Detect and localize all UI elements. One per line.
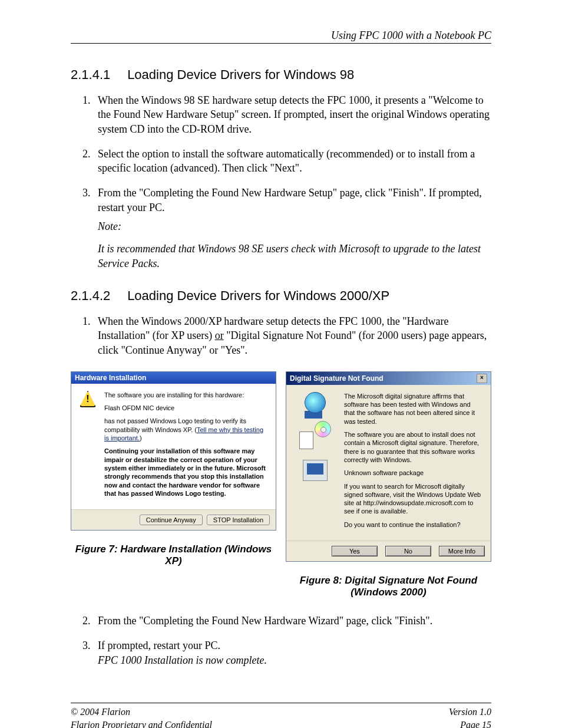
steps-list-2b: From the "Completing the Found New Hardw…: [93, 614, 491, 667]
version: Version 1.0: [449, 706, 491, 719]
yes-button[interactable]: Yes: [332, 546, 378, 556]
dialog-body: The Microsoft digital signature affirms …: [286, 385, 491, 541]
dialog-digital-signature: Digital Signature Not Found ×: [286, 371, 491, 562]
figure-caption: Figure 7: Hardware Installation (Windows…: [71, 543, 276, 567]
step-item: When the Windows 98 SE hardware setup de…: [93, 93, 491, 136]
dialog-body: The software you are installing for this…: [71, 384, 276, 509]
continue-anyway-button[interactable]: Continue Anyway: [140, 515, 203, 525]
step-item: If prompted, restart your PC. FPC 1000 I…: [93, 638, 491, 667]
dialog-hardware-installation: Hardware Installation The software you a…: [71, 371, 276, 531]
footer-left: © 2004 Flarion Flarion Proprietary and C…: [71, 706, 212, 728]
dialog-text: The Microsoft digital signature affirms …: [344, 392, 482, 533]
page-content: Using FPC 1000 with a Notebook PC 2.1.4.…: [0, 0, 562, 728]
page-footer: © 2004 Flarion Flarion Proprietary and C…: [71, 703, 491, 728]
completion-note: FPC 1000 Installation is now complete.: [98, 654, 267, 666]
section-title: Loading Device Drivers for Windows 98: [127, 67, 354, 82]
page-number: Page 15: [449, 719, 491, 728]
note-block: Note: It is recommended that Windows 98 …: [98, 219, 491, 271]
steps-list-2: When the Windows 2000/XP hardware setup …: [93, 314, 491, 357]
note-label: Note:: [98, 219, 491, 233]
figure-2k: Digital Signature Not Found ×: [286, 371, 491, 607]
step-item: From the "Completing the Found New Hardw…: [93, 186, 491, 270]
confidential: Flarion Proprietary and Confidential: [71, 719, 212, 728]
dialog-text: The software you are installing for this…: [104, 391, 267, 502]
section-heading-2: 2.1.4.2 Loading Device Drivers for Windo…: [71, 288, 491, 304]
step-item: Select the option to install the softwar…: [93, 147, 491, 176]
dialog-footer: Continue Anyway STOP Installation: [71, 509, 276, 530]
dialog-footer: Yes No More Info: [286, 541, 491, 561]
dialog-title-text: Digital Signature Not Found: [290, 374, 384, 383]
section-number: 2.1.4.1: [71, 67, 124, 83]
section-heading-1: 2.1.4.1 Loading Device Drivers for Windo…: [71, 67, 491, 83]
note-body: It is recommended that Windows 98 SE use…: [98, 242, 491, 271]
running-title: Using FPC 1000 with a Notebook PC: [331, 29, 491, 41]
dialog-titlebar[interactable]: Hardware Installation: [71, 372, 276, 384]
close-button[interactable]: ×: [477, 374, 487, 383]
figure-caption: Figure 8: Digital Signature Not Found (W…: [286, 575, 491, 598]
computer-icon: [303, 460, 328, 481]
footer-right: Version 1.0 Page 15: [449, 706, 491, 728]
running-header: Using FPC 1000 with a Notebook PC: [71, 29, 491, 44]
step-item: From the "Completing the Found New Hardw…: [93, 614, 491, 628]
section-title: Loading Device Drivers for Windows 2000/…: [127, 288, 389, 303]
copyright: © 2004 Flarion: [71, 706, 212, 719]
section-number: 2.1.4.2: [71, 288, 124, 304]
more-info-button[interactable]: More Info: [439, 546, 485, 556]
dialog-titlebar[interactable]: Digital Signature Not Found ×: [286, 372, 491, 385]
figures-row: Hardware Installation The software you a…: [71, 371, 491, 607]
dialog-icon-column: [295, 392, 336, 533]
stop-installation-button[interactable]: STOP Installation: [207, 515, 270, 525]
step-item: When the Windows 2000/XP hardware setup …: [93, 314, 491, 357]
globe-icon: [305, 392, 326, 414]
no-button[interactable]: No: [385, 546, 431, 556]
figure-xp: Hardware Installation The software you a…: [71, 371, 276, 575]
software-stack-icon: [299, 421, 331, 453]
steps-list-1: When the Windows 98 SE hardware setup de…: [93, 93, 491, 271]
warning-icon: [80, 391, 96, 407]
dialog-title-text: Hardware Installation: [75, 374, 146, 382]
